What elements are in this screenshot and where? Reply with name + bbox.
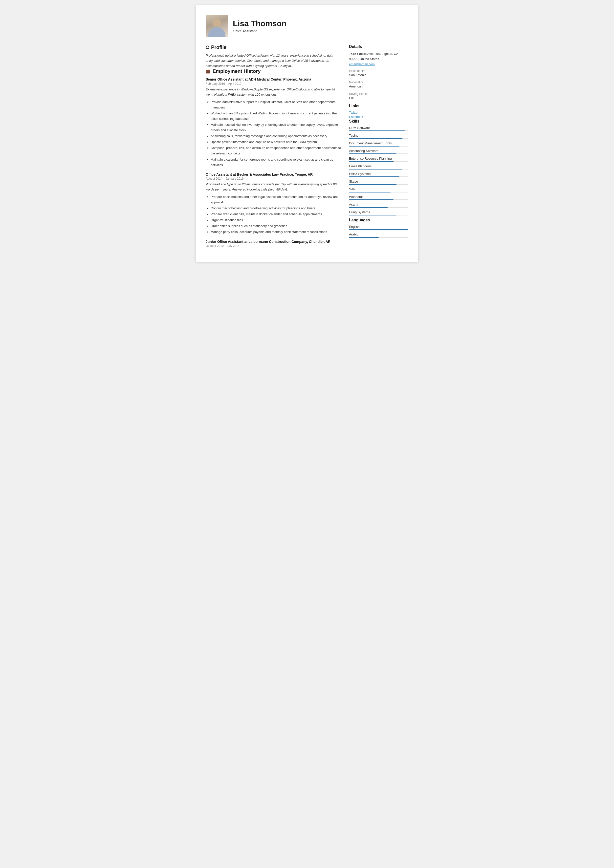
skills-section: Skills CRM Software Typing Document Mana… (349, 119, 408, 215)
job-1-bullets: Provide administrative support to Hospit… (206, 99, 342, 168)
employment-section-title: 💼 Employment History (206, 68, 342, 74)
skill-bar-fill (349, 184, 396, 185)
languages-title: Languages (349, 218, 408, 222)
skills-title: Skills (349, 119, 408, 124)
lang-bar-bg (349, 229, 408, 230)
list-item: Conduct fact-checking and proofreading a… (211, 206, 342, 211)
list-item: Update patient information and capture n… (211, 140, 342, 145)
content-area: ☖ Profile Professional, detail-oriented … (206, 45, 408, 252)
skills-list: CRM Software Typing Document Management … (349, 126, 408, 215)
driving-label: Driving license (349, 92, 408, 96)
job-2: Office Assistant at Becker & Associates … (206, 172, 342, 235)
skill-name: CRM Software (349, 126, 408, 130)
profile-text: Professional, detail-oriented Office Ass… (206, 53, 342, 68)
driving-block: Driving license Full (349, 92, 408, 101)
skill-bar-bg (349, 130, 408, 131)
skill-name: Filing Systems (349, 210, 408, 214)
skill-bar-bg (349, 184, 408, 185)
list-item: Manage petty cash, accounts payable and … (211, 229, 342, 235)
links-section: Links Twitter Facebook (349, 104, 408, 119)
profile-section-title: ☖ Profile (206, 45, 342, 50)
skill-item: Enterprise Resource Planning (349, 157, 408, 162)
employment-section: 💼 Employment History Senior Office Assis… (206, 68, 342, 248)
language-name: English (349, 225, 408, 229)
skill-name: PABX Systems (349, 172, 408, 176)
birth-value: San Antonio (349, 73, 408, 78)
language-name: Arabic (349, 232, 408, 236)
nationality-label: Nationality (349, 81, 408, 84)
lang-bar-bg (349, 237, 408, 238)
skill-bar-bg (349, 192, 408, 192)
link-facebook[interactable]: Facebook (349, 115, 408, 119)
birth-block: Place of birth San Antonio (349, 69, 408, 78)
skill-name: Typing (349, 134, 408, 137)
skill-bar-fill (349, 130, 406, 131)
skill-bar-bg (349, 146, 408, 147)
skill-bar-fill (349, 215, 396, 215)
skill-item: Typing (349, 134, 408, 139)
avatar (206, 15, 228, 37)
skill-name: SAP (349, 187, 408, 191)
address-text: 1515 Pacific Ave, Los Angeles, CA 90291,… (349, 51, 408, 62)
skill-item: Document Management Tools (349, 141, 408, 147)
job-2-desc: Proofread and type up to 20 insurance co… (206, 182, 342, 192)
skill-bar-fill (349, 207, 388, 208)
email-link[interactable]: email@email.com (349, 62, 375, 66)
link-twitter[interactable]: Twitter (349, 111, 408, 115)
skill-name: Asana (349, 203, 408, 206)
skill-bar-fill (349, 146, 399, 147)
job-1-desc: Extensive experience in Windows/Apple OS… (206, 87, 342, 98)
job-2-bullets: Prepare basic motions and other legal di… (206, 194, 342, 235)
list-item: Worked with an ER system titled Waiting … (211, 111, 342, 122)
nationality-value: American (349, 84, 408, 89)
job-1: Senior Office Assistant at ADH Medical C… (206, 77, 342, 167)
profile-icon: ☖ (206, 45, 209, 50)
skill-bar-fill (349, 161, 393, 162)
job-1-date: February 2016 – April 2019 (206, 82, 342, 85)
skill-bar-fill (349, 177, 399, 177)
skill-item: Skype (349, 180, 408, 185)
links-title: Links (349, 104, 408, 108)
skill-item: Accounting Software (349, 149, 408, 154)
resume-container: Lisa Thomson Office Assistant ☖ Profile … (196, 5, 418, 262)
skill-item: Asana (349, 203, 408, 208)
profile-section: ☖ Profile Professional, detail-oriented … (206, 45, 342, 68)
job-3: Junior Office Assistant at Leibermann Co… (206, 239, 342, 248)
skill-name: Enterprise Resource Planning (349, 157, 408, 160)
birth-label: Place of birth (349, 69, 408, 73)
skill-item: SAP (349, 187, 408, 192)
language-item: Arabic (349, 232, 408, 238)
details-section: Details 1515 Pacific Ave, Los Angeles, C… (349, 45, 408, 101)
address-block: 1515 Pacific Ave, Los Angeles, CA 90291,… (349, 51, 408, 66)
header-info: Lisa Thomson Office Assistant (233, 19, 286, 33)
skill-item: PABX Systems (349, 172, 408, 177)
right-column: Details 1515 Pacific Ave, Los Angeles, C… (349, 45, 408, 252)
list-item: Compose, prepare, edit, and distribute c… (211, 145, 342, 156)
list-item: Prepare basic motions and other legal di… (211, 194, 342, 205)
skill-bar-bg (349, 207, 408, 208)
job-1-title: Senior Office Assistant at ADH Medical C… (206, 77, 342, 82)
skill-name: Workforce (349, 195, 408, 198)
skill-bar-fill (349, 199, 393, 200)
list-item: Answering calls, forwarding messages and… (211, 133, 342, 139)
list-item: Maintain hospital kitchen inventory by c… (211, 122, 342, 133)
candidate-name: Lisa Thomson (233, 19, 286, 28)
skill-bar-bg (349, 138, 408, 139)
languages-list: English Arabic (349, 225, 408, 238)
language-item: English (349, 225, 408, 230)
skill-bar-bg (349, 177, 408, 177)
job-2-title: Office Assistant at Becker & Associates … (206, 172, 342, 177)
job-3-date: October 2010 – July 2014 (206, 244, 342, 248)
skill-bar-fill (349, 153, 396, 154)
candidate-title: Office Assistant (233, 29, 286, 33)
skill-name: Document Management Tools (349, 141, 408, 145)
left-column: ☖ Profile Professional, detail-oriented … (206, 45, 342, 252)
list-item: Prepare draft client bills, maintain doc… (211, 211, 342, 217)
languages-section: Languages English Arabic (349, 218, 408, 238)
driving-value: Full (349, 96, 408, 101)
skill-name: Email Platforms (349, 164, 408, 168)
skill-item: Email Platforms (349, 164, 408, 169)
skill-item: Workforce (349, 195, 408, 200)
job-3-title: Junior Office Assistant at Leibermann Co… (206, 239, 342, 244)
skill-item: CRM Software (349, 126, 408, 131)
